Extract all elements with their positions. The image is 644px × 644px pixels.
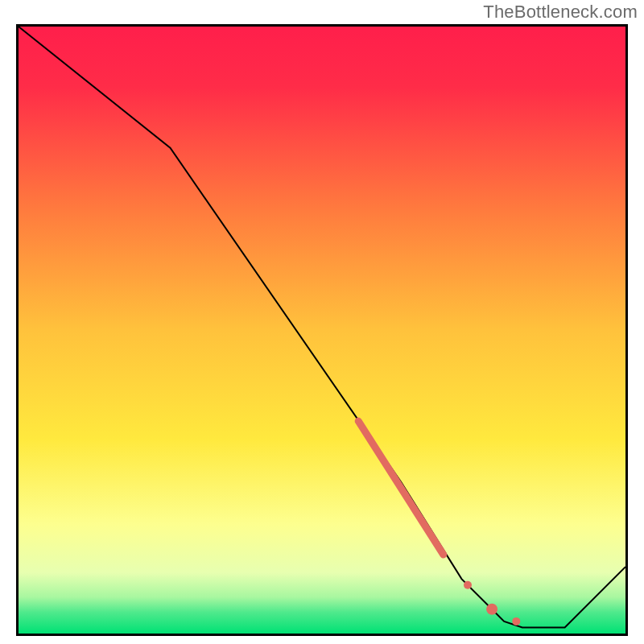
highlighted-segment — [358, 421, 444, 555]
watermark-text: TheBottleneck.com — [483, 2, 638, 23]
curve-marker — [486, 604, 497, 615]
bottleneck-curve — [19, 27, 625, 628]
curve-marker — [464, 581, 472, 589]
curve-markers — [464, 581, 520, 625]
chart-overlay — [19, 27, 625, 634]
chart-frame: TheBottleneck.com — [0, 0, 644, 644]
plot-area — [16, 24, 628, 636]
curve-marker — [512, 617, 520, 625]
